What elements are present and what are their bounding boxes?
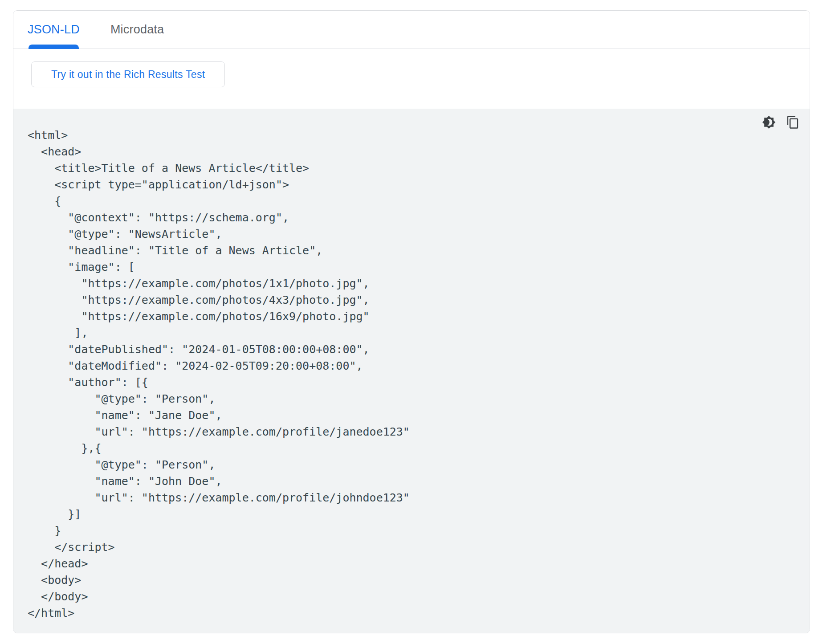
copy-button[interactable] [786,115,800,129]
code-sample-card: JSON-LD Microdata Try it out in the Rich… [13,10,810,633]
tab-json-ld-label: JSON-LD [28,23,80,37]
code-toolbar [762,115,800,129]
code-content: <html> <head> <title>Title of a News Art… [13,109,810,633]
tab-json-ld[interactable]: JSON-LD [28,11,80,49]
copy-icon [786,115,800,129]
code-block: <html> <head> <title>Title of a News Art… [13,109,810,633]
tab-microdata[interactable]: Microdata [110,11,164,49]
active-tab-indicator [29,45,79,49]
theme-toggle-button[interactable] [762,115,776,129]
tab-bar: JSON-LD Microdata [13,11,810,49]
rich-results-test-button[interactable]: Try it out in the Rich Results Test [31,61,225,87]
button-row: Try it out in the Rich Results Test [13,49,810,109]
brightness-toggle-icon [762,115,776,129]
tab-microdata-label: Microdata [110,23,164,37]
